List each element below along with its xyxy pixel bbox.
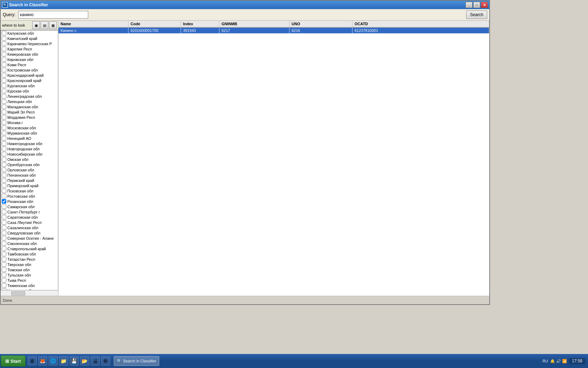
region-item[interactable]: Томская обл [1, 267, 58, 272]
region-checkbox[interactable] [2, 210, 6, 214]
horizontal-scrollbar[interactable] [1, 290, 58, 296]
region-checkbox[interactable] [2, 220, 6, 225]
region-item[interactable]: Москва г [1, 120, 58, 125]
region-item[interactable]: Татарстан Респ [1, 257, 58, 262]
region-item[interactable]: Кемеровская обл [1, 52, 58, 57]
taskbar-app-7[interactable]: ⚙ [101, 356, 110, 366]
region-checkbox[interactable] [2, 110, 6, 114]
icon-btn-1[interactable]: ▣ [32, 21, 40, 29]
region-checkbox[interactable] [2, 131, 6, 135]
region-checkbox[interactable] [2, 52, 6, 56]
region-item[interactable]: Коми Респ [1, 62, 58, 67]
region-item[interactable]: Самарская обл [1, 204, 58, 209]
region-checkbox[interactable] [2, 31, 6, 35]
region-checkbox[interactable] [2, 168, 6, 172]
region-item[interactable]: Приморский край [1, 183, 58, 188]
region-checkbox[interactable] [2, 78, 6, 83]
region-checkbox[interactable] [2, 178, 6, 183]
region-item[interactable]: Смоленская обл [1, 241, 58, 246]
region-item[interactable]: Саратовская обл [1, 214, 58, 220]
region-checkbox[interactable] [2, 204, 6, 209]
region-item[interactable]: Ростовская обл [1, 193, 58, 199]
region-item[interactable]: Омская обл [1, 157, 58, 162]
region-checkbox[interactable] [2, 136, 6, 141]
minimize-button[interactable]: _ [465, 2, 472, 8]
col-header-name[interactable]: Name [58, 21, 128, 27]
region-item[interactable]: Марий Эл Респ [1, 109, 58, 115]
region-checkbox[interactable] [2, 257, 6, 261]
region-item[interactable]: Карачаево-Черкесская Р [1, 41, 58, 46]
region-checkbox[interactable] [2, 157, 6, 162]
region-checkbox[interactable] [2, 125, 6, 130]
region-checkbox[interactable] [2, 146, 6, 151]
col-header-uno[interactable]: UNO [289, 21, 352, 27]
region-checkbox[interactable] [2, 36, 6, 41]
taskbar-app-2[interactable]: 🌐 [49, 356, 58, 366]
col-header-index[interactable]: Index [181, 21, 219, 27]
region-checkbox[interactable] [2, 73, 6, 77]
region-item[interactable]: Орловская обл [1, 167, 58, 172]
region-item[interactable]: Курская обл [1, 88, 58, 94]
region-item[interactable]: Тамбовская обл [1, 251, 58, 257]
region-item[interactable]: Кировская обл [1, 57, 58, 62]
taskbar-app-1[interactable]: 🦊 [38, 356, 47, 366]
region-checkbox[interactable] [2, 231, 6, 235]
region-checkbox[interactable] [2, 252, 6, 256]
region-item[interactable]: Северная Осетия - Алани [1, 236, 58, 241]
region-item[interactable]: Пермский край [1, 178, 58, 183]
start-button[interactable]: ⊞ Start [1, 355, 26, 367]
region-item[interactable]: Камчатский край [1, 36, 58, 41]
region-checkbox[interactable] [2, 94, 6, 98]
region-checkbox[interactable] [2, 236, 6, 240]
region-item[interactable]: Магаданская обл [1, 104, 58, 109]
region-checkbox[interactable] [2, 68, 6, 72]
region-item[interactable]: Тюменская обл [1, 283, 58, 288]
grid-body[interactable]: Канино с62016000017003919436217621661237… [58, 28, 489, 296]
active-window-taskbar-btn[interactable]: 🔍 Search in Classifier [114, 356, 160, 366]
region-item[interactable]: Мурманская обл [1, 130, 58, 136]
region-item[interactable]: Ставропольский край [1, 246, 58, 251]
region-item[interactable]: Рязанская обл [1, 199, 58, 204]
region-item[interactable]: Свердловская обл [1, 230, 58, 236]
region-item[interactable]: Новгородская обл [1, 146, 58, 151]
region-item[interactable]: Тульская обл [1, 272, 58, 278]
col-header-gninmb[interactable]: GNINMB [219, 21, 289, 27]
region-checkbox[interactable] [2, 189, 6, 193]
region-checkbox[interactable] [2, 278, 6, 282]
region-item[interactable]: Липецкая обл [1, 99, 58, 104]
region-checkbox[interactable] [2, 104, 6, 109]
region-checkbox[interactable] [2, 120, 6, 125]
table-row[interactable]: Канино с62016000017003919436217621661237… [58, 28, 489, 34]
region-checkbox[interactable] [2, 99, 6, 104]
taskbar-app-5[interactable]: 📂 [80, 356, 89, 366]
close-button[interactable]: ✕ [481, 2, 488, 8]
region-item[interactable]: Ненецкий АО [1, 136, 58, 141]
col-header-code[interactable]: Code [128, 21, 181, 27]
region-item[interactable]: Псковская обл [1, 188, 58, 193]
region-checkbox[interactable] [2, 141, 6, 146]
region-checkbox[interactable] [2, 173, 6, 177]
region-checkbox[interactable] [2, 283, 6, 288]
region-item[interactable]: Карелия Респ [1, 46, 58, 52]
region-item[interactable]: Нижегородская обл [1, 141, 58, 146]
region-checkbox[interactable] [2, 267, 6, 272]
region-checkbox[interactable] [2, 115, 6, 120]
region-item[interactable]: Мордовия Респ [1, 115, 58, 120]
taskbar-app-0[interactable]: 🖥 [28, 356, 37, 366]
region-checkbox[interactable] [2, 194, 6, 198]
icon-btn-2[interactable]: ▤ [41, 21, 48, 29]
region-item[interactable]: Ленинградская обл [1, 94, 58, 99]
region-item[interactable]: Санкт-Петербург г [1, 209, 58, 214]
region-checkbox[interactable] [2, 41, 6, 46]
region-checkbox[interactable] [2, 262, 6, 267]
region-item[interactable]: Оренбургская обл [1, 162, 58, 167]
region-checkbox[interactable] [2, 162, 6, 167]
region-item[interactable]: Калужская обл [1, 30, 58, 36]
region-checkbox[interactable] [2, 152, 6, 156]
region-checkbox[interactable] [2, 62, 6, 67]
region-checkbox[interactable] [2, 199, 6, 204]
region-checkbox[interactable] [2, 273, 6, 277]
taskbar-app-3[interactable]: 📁 [59, 356, 68, 366]
taskbar-app-4[interactable]: 💾 [70, 356, 79, 366]
taskbar-app-6[interactable]: 🖨 [91, 356, 100, 366]
